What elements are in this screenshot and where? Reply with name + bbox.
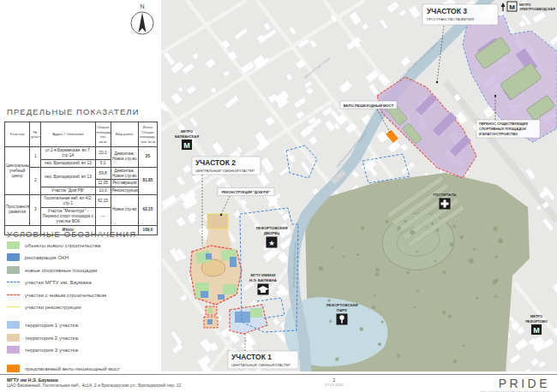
svg-text:ГОСПИТАЛЬ: ГОСПИТАЛЬ xyxy=(433,193,456,197)
svg-text:УЧАСТОК 3: УЧАСТОК 3 xyxy=(427,7,467,15)
legend-item: участки с новым строительством xyxy=(7,291,120,299)
territory-3-swatch xyxy=(7,346,20,353)
territory-2-swatch xyxy=(7,334,20,342)
dom-rf-building xyxy=(207,214,228,229)
svg-text:БАУМАНСКАЯ: БАУМАНСКАЯ xyxy=(175,134,199,139)
col-address: Адрес / Описание xyxy=(41,122,95,147)
svg-text:★: ★ xyxy=(268,239,275,247)
svg-text:ЛЕФОРТОВСКИЙ: ЛЕФОРТОВСКИЙ xyxy=(255,226,287,230)
svg-text:МЕТРО: МЕТРО xyxy=(519,3,530,7)
pride-logo: PRIDE xyxy=(379,377,550,389)
svg-text:МГТУ ИМЕНИ: МГТУ ИМЕНИ xyxy=(251,273,276,277)
legend-item: реставрация ОКН xyxy=(7,253,120,261)
legend-item: новые спортивные площадки xyxy=(7,266,120,274)
svg-text:ВЕЛО-ПЕШЕХОДНЫЙ МОСТ: ВЕЛО-ПЕШЕХОДНЫЙ МОСТ xyxy=(344,104,394,108)
svg-text:И БЛАГОУСТРОЙСТВО: И БЛАГОУСТРОЙСТВО xyxy=(479,132,518,136)
table-row: Центральный учебный центр 1 ул 2-я Баума… xyxy=(5,147,158,160)
sports-grounds-swatch xyxy=(7,266,20,274)
svg-text:ЦЕНТРАЛЬНЫЙ УЧЕБНЫЙ КЛАСТЕР: ЦЕНТРАЛЬНЫЙ УЧЕБНЫЙ КЛАСТЕР xyxy=(195,169,255,173)
svg-text:УЧАСТОК 2: УЧАСТОК 2 xyxy=(195,158,236,167)
legend-item: территория 2 участка xyxy=(7,334,120,342)
svg-text:РЕКОНСТРУКЦИЯ "ДОМ РФ": РЕКОНСТРУКЦИЯ "ДОМ РФ" xyxy=(222,190,271,194)
table-row: Пространство развития 3 Госпитальная наб… xyxy=(5,195,158,208)
masterplan-sheet: { "compass": {"label": "N"}, "indicators… xyxy=(0,0,557,392)
svg-text:М: М xyxy=(509,3,515,11)
svg-text:ЭЛЕКТРОЗАВОДСКАЯ: ЭЛЕКТРОЗАВОДСКАЯ xyxy=(519,8,555,11)
svg-text:М: М xyxy=(533,326,540,335)
city-map: БАКУНИНСКАЯ УЛИЦА РУБЦОВСКАЯ НАБЕРЕЖНАЯ … xyxy=(161,0,557,371)
legend-item: территория 1 участка xyxy=(7,321,120,329)
project-address: ЦАО Басманный, Госпитальная наб., 4с1А; … xyxy=(7,383,290,388)
territory-1-swatch xyxy=(7,321,20,329)
mgtu-parcel-dash-swatch xyxy=(7,282,20,282)
site2-label: УЧАСТОК 2 ЦЕНТРАЛЬНЫЙ УЧЕБНЫЙ КЛАСТЕР xyxy=(192,157,261,175)
table-header-row: Кластер № участка Адрес / Описание Общая… xyxy=(5,122,158,147)
velo-bridge-label: ВЕЛО-ПЕШЕХОДНЫЙ МОСТ xyxy=(340,101,397,109)
svg-text:МЕТРО: МЕТРО xyxy=(530,314,542,318)
territory-2-fragment xyxy=(204,306,218,328)
svg-text:ПАРК: ПАРК xyxy=(337,308,347,312)
bridge-swatch xyxy=(7,365,20,372)
new-construction-swatch xyxy=(7,241,20,249)
footer-logo-block: PRIDE ТВОРЧЕСКОЕ ПРОИЗВОДСТВЕННОЕ ОБЪЕДИ… xyxy=(379,377,550,392)
col-num: № участка xyxy=(30,122,41,147)
svg-text:ЛЕФОРТОВО: ЛЕФОРТОВО xyxy=(525,319,548,324)
col-work: Вид работ xyxy=(111,122,138,147)
svg-text:ДВОРЕЦ: ДВОРЕЦ xyxy=(264,231,280,235)
plot-2: 2 xyxy=(30,167,41,195)
legend-item: территория 3 участка xyxy=(7,346,120,353)
col-total: Итого Общая площадь, тыс кв.м xyxy=(138,122,157,147)
sheet-date: 27.01.2021 xyxy=(308,383,360,387)
cluster-1: Центральный учебный центр xyxy=(5,147,30,195)
footer-project-info: МГТУ им Н.Э. Баумана ЦАО Басманный, Госп… xyxy=(7,377,290,392)
site3-label: УЧАСТОК 3 ПРОСТРАНСТВО РАЗВИТИЯ xyxy=(422,4,498,25)
legend: объекты нового строительства реставрация… xyxy=(7,241,120,372)
perenos-label: ПЕРЕНОС СУЩЕСТВУЮЩИХ СПОРТИВНЫХ ПЛОЩАДОК… xyxy=(476,120,540,138)
new-construction-parcel-dash-swatch xyxy=(7,294,20,295)
sheet-footer: МГТУ им Н.Э. Баумана ЦАО Басманный, Госп… xyxy=(0,374,557,392)
svg-text:УЧАСТОК 1: УЧАСТОК 1 xyxy=(231,353,272,361)
col-cluster: Кластер xyxy=(5,122,30,147)
svg-text:ПРОСТРАНСТВО РАЗВИТИЯ: ПРОСТРАНСТВО РАЗВИТИЯ xyxy=(427,17,474,21)
reconstruction-parcel-dash-swatch xyxy=(7,306,20,307)
svg-text:ЦЕНТРАЛЬНЫЙ УЧЕБНЫЙ КЛАСТЕР: ЦЕНТРАЛЬНЫЙ УЧЕБНЫЙ КЛАСТЕР xyxy=(231,363,290,367)
cluster-2: Пространство развития xyxy=(5,195,30,225)
svg-text:М: М xyxy=(183,141,190,150)
legend-item: участки реконструкции xyxy=(7,303,120,311)
svg-text:N: N xyxy=(140,3,144,9)
svg-text:ЛЕФОРТОВСКИЙ: ЛЕФОРТОВСКИЙ xyxy=(326,303,357,307)
legend-item: предлагаемый вело-пешеходный мост xyxy=(7,365,120,372)
indicators-title: ПРЕДЕЛЬНЫЕ ПОКАЗАТЕЛИ xyxy=(7,107,140,116)
svg-text:СПОРТИВНЫХ ПЛОЩАДОК: СПОРТИВНЫХ ПЛОЩАДОК xyxy=(479,127,526,131)
svg-text:Н.Э. БАУМАНА: Н.Э. БАУМАНА xyxy=(249,278,278,282)
plot-3: 3 xyxy=(30,195,41,225)
site1-label: УЧАСТОК 1 ЦЕНТРАЛЬНЫЙ УЧЕБНЫЙ КЛАСТЕР xyxy=(228,351,298,369)
plot-1: 1 xyxy=(30,147,41,168)
svg-text:МЕТРО: МЕТРО xyxy=(181,129,193,134)
svg-text:ПЕРЕНОС СУЩЕСТВУЮЩИХ: ПЕРЕНОС СУЩЕСТВУЮЩИХ xyxy=(479,122,528,126)
legend-title: УСЛОВНЫЕ ОБОЗНАЧЕНИЯ xyxy=(7,229,136,239)
north-arrow-icon: N xyxy=(125,2,159,38)
okn-restoration-swatch xyxy=(7,253,20,261)
legend-item: объекты нового строительства xyxy=(7,241,120,249)
footer-page-block: 2 27.01.2021 xyxy=(308,377,360,392)
limit-indicators-table: Кластер № участка Адрес / Описание Общая… xyxy=(4,122,158,235)
legend-item: участки МГТУ им. Баумана xyxy=(7,278,120,286)
dom-rf-label: РЕКОНСТРУКЦИЯ "ДОМ РФ" xyxy=(218,188,274,196)
col-area: Общая площадь, тыс кв.м xyxy=(95,122,111,147)
